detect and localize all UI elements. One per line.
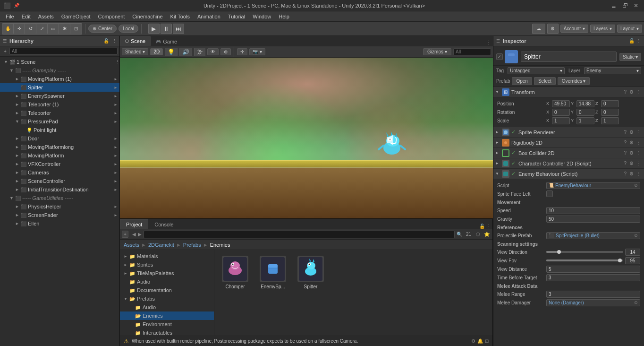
box-collider2d-settings-icon[interactable]: ⚙ bbox=[628, 150, 635, 156]
script-ref-target[interactable]: ⊙ bbox=[634, 183, 638, 188]
breadcrumb-2dgamekit[interactable]: 2DGamekit bbox=[148, 242, 174, 248]
teleporter-1-item[interactable]: ► ⬛ Teleporter (1) ► bbox=[0, 100, 119, 109]
project-lock-icon[interactable]: 🔓 bbox=[479, 224, 485, 229]
scale-y-input[interactable] bbox=[576, 117, 594, 124]
position-z-input[interactable] bbox=[601, 100, 619, 107]
maximize-button[interactable]: 🗗 bbox=[620, 2, 630, 9]
screen-fader-item[interactable]: ► ⬛ ScreenFader ► bbox=[0, 211, 119, 219]
shading-mode-dropdown[interactable]: Shaded ▾ bbox=[122, 48, 148, 55]
project-nav-back[interactable]: ◀ bbox=[132, 232, 136, 237]
hierarchy-add-button[interactable]: + bbox=[2, 48, 8, 54]
object-enabled-checkbox[interactable]: ✓ bbox=[496, 53, 503, 60]
2d-toggle[interactable]: 2D bbox=[150, 48, 163, 55]
hierarchy-menu-icon[interactable]: ⋮ bbox=[112, 38, 117, 43]
initial-transition-item[interactable]: ► ⬛ InitialTransitionDestination ► bbox=[0, 185, 119, 194]
tree-tilemappalettes[interactable]: ► 📁 TileMapPalettes bbox=[120, 269, 214, 277]
initial-transition-arrow[interactable]: ► bbox=[15, 187, 21, 192]
rotation-y-input[interactable] bbox=[576, 109, 594, 116]
teleporter-arrow[interactable]: ► bbox=[15, 111, 21, 115]
menu-cinemachine[interactable]: Cinemachine bbox=[128, 13, 166, 20]
tree-environment[interactable]: 📁 Environment bbox=[120, 320, 214, 329]
tree-prefabs[interactable]: ▼ 📂 Prefabs bbox=[120, 294, 214, 303]
view-distance-input[interactable] bbox=[546, 266, 640, 273]
menu-edit[interactable]: Edit bbox=[18, 13, 34, 20]
move-tool-button[interactable]: ✛ bbox=[14, 24, 25, 34]
pressure-pad-item[interactable]: ▼ ⬛ PressurePad ► bbox=[0, 117, 119, 126]
tree-prefabs-audio[interactable]: 📁 Audio bbox=[120, 303, 214, 311]
scene-hidden-toggle[interactable]: 👁 bbox=[207, 48, 219, 55]
pressure-pad-arrow[interactable]: ▼ bbox=[15, 119, 21, 124]
moving-platform-1-item[interactable]: ► ⬛ MovingPlatform (1) ► bbox=[0, 75, 119, 83]
transform-tool-button[interactable]: ✱ bbox=[59, 24, 70, 34]
menu-file[interactable]: File bbox=[2, 13, 18, 20]
breadcrumb-prefabs[interactable]: Prefabs bbox=[183, 242, 201, 248]
layer-dropdown[interactable]: Enemy ▾ bbox=[584, 67, 641, 74]
pause-button[interactable]: ⏸ bbox=[161, 24, 172, 34]
time-before-target-input[interactable] bbox=[546, 274, 640, 281]
menu-gameobject[interactable]: GameObject bbox=[58, 13, 94, 20]
view-direction-slider[interactable] bbox=[546, 251, 623, 253]
menu-help[interactable]: Help bbox=[275, 13, 293, 20]
projectile-prefab-value[interactable]: ⬛ SpitProjectile (Bullet) ⊙ bbox=[546, 232, 640, 239]
game-utilities-arrow[interactable]: ▼ bbox=[9, 196, 15, 200]
rotation-z-input[interactable] bbox=[601, 109, 619, 116]
position-x-input[interactable] bbox=[552, 100, 570, 107]
sprite-renderer-menu-icon[interactable]: ⋮ bbox=[636, 130, 642, 135]
scene-options-icon[interactable]: ⋮ bbox=[115, 60, 119, 64]
scene-root-item[interactable]: ▼ 🎬 1 Scene ⋮ bbox=[0, 58, 119, 66]
tree-materials[interactable]: ► 📁 Materials bbox=[120, 252, 214, 260]
rigidbody2d-settings-icon[interactable]: ⚙ bbox=[628, 140, 635, 145]
cameras-item[interactable]: ► ⬛ Cameras ► bbox=[0, 168, 119, 177]
project-menu-icon[interactable]: ⋮ bbox=[486, 224, 491, 229]
melee-damager-value[interactable]: None (Damager) ⊙ bbox=[546, 299, 640, 306]
projectile-prefab-target[interactable]: ⊙ bbox=[634, 233, 638, 238]
file-item-chomper[interactable]: Chomper bbox=[218, 254, 252, 291]
step-button[interactable]: ⏭ bbox=[173, 24, 184, 34]
ellen-item[interactable]: ► ⬛ Ellen bbox=[0, 219, 119, 228]
screen-fader-arrow[interactable]: ► bbox=[15, 213, 21, 217]
scene-view[interactable] bbox=[120, 58, 493, 218]
scene-light-toggle[interactable]: 💡 bbox=[165, 48, 178, 56]
rotation-x-input[interactable] bbox=[552, 109, 570, 116]
moving-platform-arrow[interactable]: ► bbox=[15, 153, 21, 158]
moving-platform-1-arrow[interactable]: ► bbox=[15, 77, 21, 81]
scale-z-input[interactable] bbox=[601, 117, 619, 124]
warning-btn-2[interactable]: 🔔 bbox=[477, 338, 483, 344]
view-fov-slider[interactable] bbox=[546, 260, 623, 261]
scene-move-toggle[interactable]: ✛ bbox=[237, 48, 247, 55]
inspector-lock-icon[interactable]: 🔓 bbox=[629, 38, 635, 43]
teleporter-1-arrow[interactable]: ► bbox=[15, 102, 21, 107]
menu-animation[interactable]: Animation bbox=[194, 13, 224, 20]
gizmos-button[interactable]: Gizmos ▾ bbox=[423, 48, 451, 55]
melee-range-input[interactable] bbox=[546, 291, 640, 298]
sprite-renderer-settings-icon[interactable]: ⚙ bbox=[628, 130, 635, 135]
point-light-item[interactable]: 💡 Point light bbox=[0, 126, 119, 134]
scale-tool-button[interactable]: ⤢ bbox=[36, 24, 48, 34]
project-icon-btn-1[interactable]: ⬡ bbox=[475, 232, 481, 237]
moving-platform-long-arrow[interactable]: ► bbox=[15, 145, 21, 149]
project-nav-forward[interactable]: ▶ bbox=[138, 232, 142, 237]
sprite-renderer-help-icon[interactable]: ? bbox=[623, 130, 627, 135]
scene-fx-toggle[interactable]: 🌫 bbox=[194, 48, 205, 56]
hierarchy-search-input[interactable] bbox=[9, 48, 118, 55]
rigidbody2d-header[interactable]: ► Rigidbody 2D ? ⚙ ⋮ bbox=[493, 138, 644, 148]
sprite-renderer-check[interactable]: ✓ bbox=[511, 129, 516, 135]
char-controller2d-help-icon[interactable]: ? bbox=[623, 161, 627, 166]
melee-damager-target[interactable]: ⊙ bbox=[634, 300, 638, 305]
game-utilities-separator[interactable]: ▼ ⬛ ----- GameUtilities ----- bbox=[0, 194, 119, 202]
project-add-button[interactable]: + bbox=[122, 231, 128, 238]
scale-x-input[interactable] bbox=[552, 117, 570, 124]
transform-settings-icon[interactable]: ⚙ bbox=[628, 89, 635, 95]
menu-tutorial[interactable]: Tutorial bbox=[224, 13, 249, 20]
physics-helper-arrow[interactable]: ► bbox=[15, 204, 21, 209]
enemy-behaviour-check[interactable]: ✓ bbox=[511, 171, 516, 177]
rotate-tool-button[interactable]: ↺ bbox=[25, 24, 36, 34]
play-button[interactable]: ▶ bbox=[148, 24, 160, 34]
warning-btn-3[interactable]: ⊡ bbox=[485, 338, 489, 344]
gameplay-separator[interactable]: ▼ ⬛ ----- Gameplay ----- bbox=[0, 66, 119, 75]
project-tab[interactable]: Project bbox=[120, 219, 148, 229]
warning-btn-1[interactable]: ⚙ bbox=[471, 338, 475, 344]
close-button[interactable]: ✕ bbox=[632, 2, 640, 9]
scene-expand-arrow[interactable]: ▼ bbox=[4, 60, 9, 64]
menu-component[interactable]: Component bbox=[94, 13, 128, 20]
